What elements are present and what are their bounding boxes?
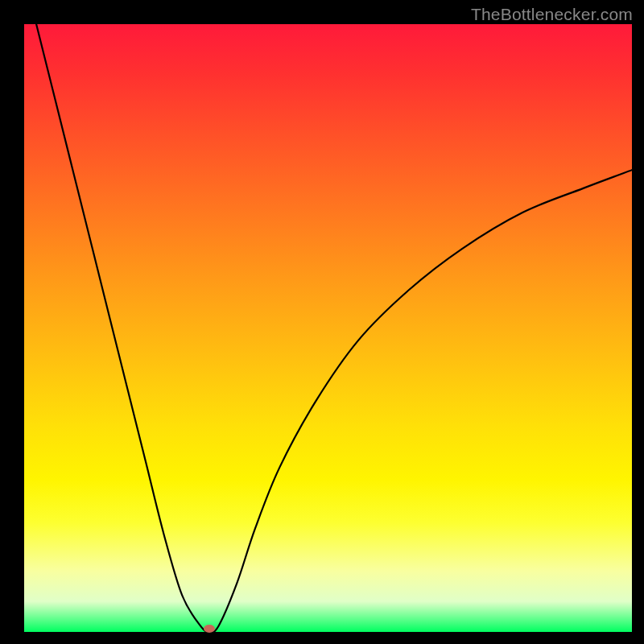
watermark-text: TheBottlenecker.com <box>471 5 633 24</box>
bottleneck-curve <box>24 24 632 632</box>
optimal-point-marker <box>204 625 215 633</box>
chart-container: TheBottlenecker.com <box>0 0 644 644</box>
